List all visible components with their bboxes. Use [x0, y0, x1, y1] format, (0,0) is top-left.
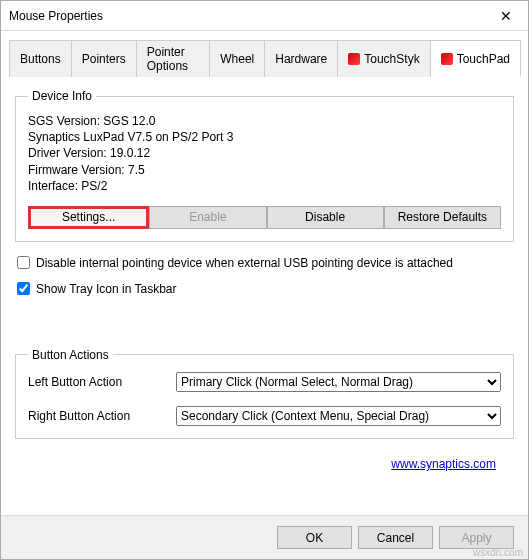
left-button-label: Left Button Action: [28, 375, 168, 389]
synaptics-link[interactable]: www.synaptics.com: [391, 457, 496, 471]
apply-button[interactable]: Apply: [439, 526, 514, 549]
enable-button[interactable]: Enable: [149, 206, 266, 229]
info-line: Synaptics LuxPad V7.5 on PS/2 Port 3: [28, 129, 501, 145]
left-button-select[interactable]: Primary Click (Normal Select, Normal Dra…: [176, 372, 501, 392]
disable-internal-row: Disable internal pointing device when ex…: [17, 256, 512, 270]
settings-button[interactable]: Settings...: [28, 206, 149, 229]
watermark: wsxdn.com: [473, 547, 523, 558]
tab-touchpad[interactable]: TouchPad: [430, 40, 521, 77]
cancel-button[interactable]: Cancel: [358, 526, 433, 549]
device-info-legend: Device Info: [28, 89, 96, 103]
disable-button[interactable]: Disable: [267, 206, 384, 229]
device-button-row: Settings... Enable Disable Restore Defau…: [28, 206, 501, 229]
right-button-select[interactable]: Secondary Click (Context Menu, Special D…: [176, 406, 501, 426]
tab-pointer-options[interactable]: Pointer Options: [136, 40, 210, 77]
link-row: www.synaptics.com: [15, 457, 514, 471]
window-title: Mouse Properties: [9, 9, 483, 23]
synaptics-icon: [441, 53, 453, 65]
tab-strip: Buttons Pointers Pointer Options Wheel H…: [9, 39, 520, 77]
info-line: SGS Version: SGS 12.0: [28, 113, 501, 129]
close-button[interactable]: ✕: [483, 1, 528, 31]
tab-hardware[interactable]: Hardware: [264, 40, 338, 77]
tab-touchstyk[interactable]: TouchStyk: [337, 40, 430, 77]
ok-button[interactable]: OK: [277, 526, 352, 549]
right-button-label: Right Button Action: [28, 409, 168, 423]
dialog-button-row: OK Cancel Apply: [1, 515, 528, 559]
show-tray-checkbox[interactable]: [17, 282, 30, 295]
close-icon: ✕: [500, 8, 512, 24]
device-info-group: Device Info SGS Version: SGS 12.0 Synapt…: [15, 89, 514, 242]
disable-internal-label: Disable internal pointing device when ex…: [36, 256, 453, 270]
tab-wheel[interactable]: Wheel: [209, 40, 265, 77]
disable-internal-checkbox[interactable]: [17, 256, 30, 269]
restore-button[interactable]: Restore Defaults: [384, 206, 501, 229]
tab-buttons[interactable]: Buttons: [9, 40, 72, 77]
info-line: Driver Version: 19.0.12: [28, 145, 501, 161]
info-line: Interface: PS/2: [28, 178, 501, 194]
show-tray-row: Show Tray Icon in Taskbar: [17, 282, 512, 296]
button-actions-legend: Button Actions: [28, 348, 113, 362]
synaptics-icon: [348, 53, 360, 65]
show-tray-label: Show Tray Icon in Taskbar: [36, 282, 177, 296]
titlebar: Mouse Properties ✕: [1, 1, 528, 31]
tab-content: Device Info SGS Version: SGS 12.0 Synapt…: [1, 77, 528, 515]
button-actions-group: Button Actions Left Button Action Primar…: [15, 348, 514, 439]
tab-pointers[interactable]: Pointers: [71, 40, 137, 77]
info-line: Firmware Version: 7.5: [28, 162, 501, 178]
